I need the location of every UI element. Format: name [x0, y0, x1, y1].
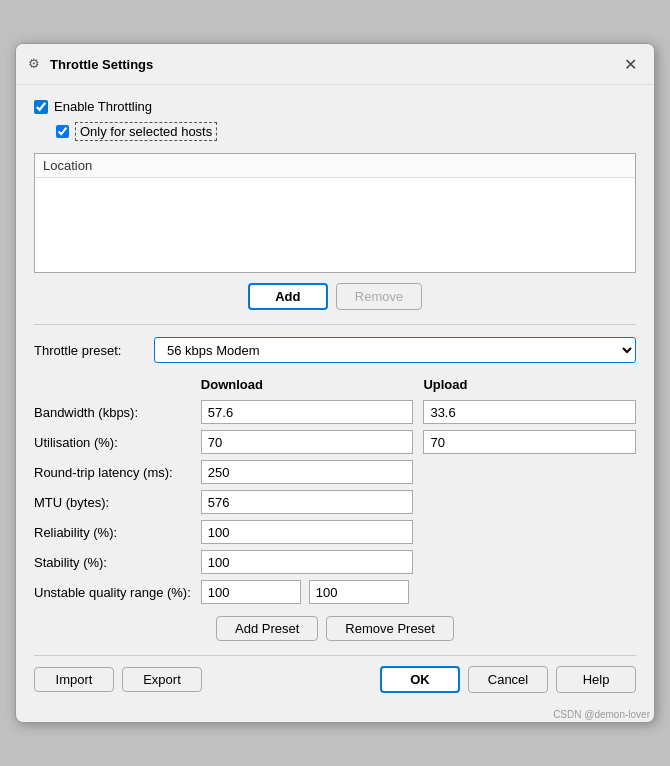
only-selected-hosts-row: Only for selected hosts — [56, 122, 636, 141]
cancel-button[interactable]: Cancel — [468, 666, 548, 693]
throttle-preset-select[interactable]: 56 kbps Modem 128 kbps ISDN 256 kbps DSL… — [154, 337, 636, 363]
title-bar-left: ⚙ Throttle Settings — [28, 56, 153, 72]
throttle-icon: ⚙ — [28, 56, 44, 72]
upload-col-header: Upload — [423, 377, 636, 394]
add-remove-row: Add Remove — [34, 283, 636, 310]
preset-actions-row: Add Preset Remove Preset — [34, 616, 636, 641]
utilisation-download-input[interactable] — [201, 430, 414, 454]
only-selected-hosts-label: Only for selected hosts — [75, 122, 217, 141]
title-bar: ⚙ Throttle Settings ✕ — [16, 44, 654, 85]
location-column-header: Location — [35, 154, 635, 178]
ok-button[interactable]: OK — [380, 666, 460, 693]
section-divider — [34, 324, 636, 325]
stability-input[interactable] — [201, 550, 414, 574]
enable-throttling-checkbox[interactable] — [34, 100, 48, 114]
round-trip-label: Round-trip latency (ms): — [34, 465, 191, 480]
throttle-preset-row: Throttle preset: 56 kbps Modem 128 kbps … — [34, 337, 636, 363]
dialog-throttle-settings: ⚙ Throttle Settings ✕ Enable Throttling … — [15, 43, 655, 723]
close-button[interactable]: ✕ — [618, 52, 642, 76]
mtu-label: MTU (bytes): — [34, 495, 191, 510]
enable-throttling-row: Enable Throttling — [34, 99, 636, 114]
footer-row: Import Export OK Cancel Help — [34, 655, 636, 693]
fields-grid: Download Upload Bandwidth (kbps): Utilis… — [34, 377, 636, 604]
only-selected-hosts-checkbox[interactable] — [56, 125, 69, 138]
unstable-quality-input1[interactable] — [201, 580, 301, 604]
throttle-preset-label: Throttle preset: — [34, 343, 144, 358]
download-col-header: Download — [201, 377, 414, 394]
help-button[interactable]: Help — [556, 666, 636, 693]
unstable-quality-inputs — [201, 580, 636, 604]
mtu-input[interactable] — [201, 490, 414, 514]
location-table[interactable]: Location — [34, 153, 636, 273]
footer-left: Import Export — [34, 667, 202, 692]
utilisation-upload-input[interactable] — [423, 430, 636, 454]
dialog-title: Throttle Settings — [50, 57, 153, 72]
stability-label: Stability (%): — [34, 555, 191, 570]
reliability-input[interactable] — [201, 520, 414, 544]
add-preset-button[interactable]: Add Preset — [216, 616, 318, 641]
bandwidth-label: Bandwidth (kbps): — [34, 405, 191, 420]
footer-right: OK Cancel Help — [380, 666, 636, 693]
unstable-quality-input2[interactable] — [309, 580, 409, 604]
import-button[interactable]: Import — [34, 667, 114, 692]
watermark: CSDN @demon-lover — [16, 707, 654, 722]
reliability-label: Reliability (%): — [34, 525, 191, 540]
add-button[interactable]: Add — [248, 283, 328, 310]
export-button[interactable]: Export — [122, 667, 202, 692]
remove-button[interactable]: Remove — [336, 283, 422, 310]
bandwidth-upload-input[interactable] — [423, 400, 636, 424]
utilisation-label: Utilisation (%): — [34, 435, 191, 450]
bandwidth-download-input[interactable] — [201, 400, 414, 424]
enable-throttling-label: Enable Throttling — [54, 99, 152, 114]
dialog-content: Enable Throttling Only for selected host… — [16, 85, 654, 707]
round-trip-input[interactable] — [201, 460, 414, 484]
unstable-quality-label: Unstable quality range (%): — [34, 585, 191, 600]
remove-preset-button[interactable]: Remove Preset — [326, 616, 454, 641]
